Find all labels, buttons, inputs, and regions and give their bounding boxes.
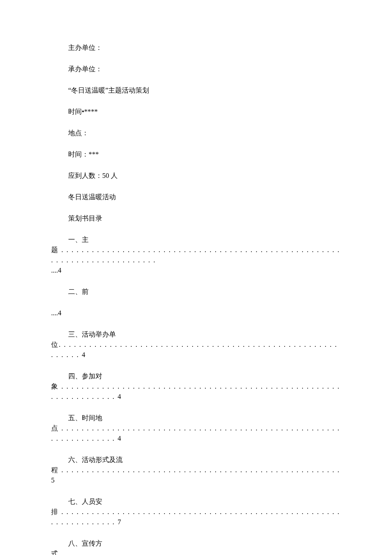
attendance-line: 应到人数：50 人 (51, 171, 341, 181)
time-line-1: 时间•**** (51, 107, 341, 117)
toc-item-6-line1: 六、活动形式及流 (51, 455, 341, 465)
toc-item-2-page: ....4 (51, 308, 341, 318)
toc-item-8-line2: 式 . . . . . . . . . . . . . . . . . . . … (51, 549, 341, 555)
toc-item-1-line2: 题 . . . . . . . . . . . . . . . . . . . … (51, 245, 341, 265)
toc-item-4-line2: 象 . . . . . . . . . . . . . . . . . . . … (51, 381, 341, 402)
toc-item-8: 八、宣传方 式 . . . . . . . . . . . . . . . . … (51, 538, 341, 555)
toc-item-3: 三、活动举办单 位. . . . . . . . . . . . . . . .… (51, 329, 341, 360)
toc-item-4: 四、参加对 象 . . . . . . . . . . . . . . . . … (51, 371, 341, 402)
toc-item-1: 一、主 题 . . . . . . . . . . . . . . . . . … (51, 235, 341, 276)
toc-item-7-line2: 排 . . . . . . . . . . . . . . . . . . . … (51, 507, 341, 527)
toc-item-5-line2: 点 . . . . . . . . . . . . . . . . . . . … (51, 423, 341, 444)
toc-item-4-line1: 四、参加对 (51, 371, 341, 381)
place-line: 地点： (51, 128, 341, 138)
toc-item-6-line2: 程 . . . . . . . . . . . . . . . . . . . … (51, 465, 341, 485)
toc-item-6: 六、活动形式及流 程 . . . . . . . . . . . . . . .… (51, 455, 341, 485)
toc-heading: 策划书目录 (51, 213, 341, 224)
toc-item-7-line1: 七、人员安 (51, 497, 341, 507)
toc-item-5-line1: 五、时间地 (51, 413, 341, 423)
toc-item-2-line1: 二、前 (51, 287, 341, 297)
toc-item-3-line2: 位. . . . . . . . . . . . . . . . . . . .… (51, 340, 341, 360)
activity-name: 冬日送温暖活动 (51, 192, 341, 202)
toc-item-7: 七、人员安 排 . . . . . . . . . . . . . . . . … (51, 497, 341, 527)
co-organization: 承办单位： (51, 64, 341, 74)
toc-item-5: 五、时间地 点 . . . . . . . . . . . . . . . . … (51, 413, 341, 444)
host-organization: 主办单位： (51, 43, 341, 53)
toc-item-2: 二、前 (51, 287, 341, 297)
toc-item-1-line3: ....4 (51, 265, 341, 276)
toc-item-1-line1: 一、主 (51, 235, 341, 245)
toc-item-8-line1: 八、宣传方 (51, 538, 341, 549)
time-line-2: 时间：*** (51, 149, 341, 160)
toc-item-3-line1: 三、活动举办单 (51, 329, 341, 340)
document-page: 主办单位： 承办单位： “冬日送温暖”主题活动策划 时间•**** 地点： 时间… (0, 0, 392, 555)
event-title: “冬日送温暖”主题活动策划 (51, 85, 341, 96)
